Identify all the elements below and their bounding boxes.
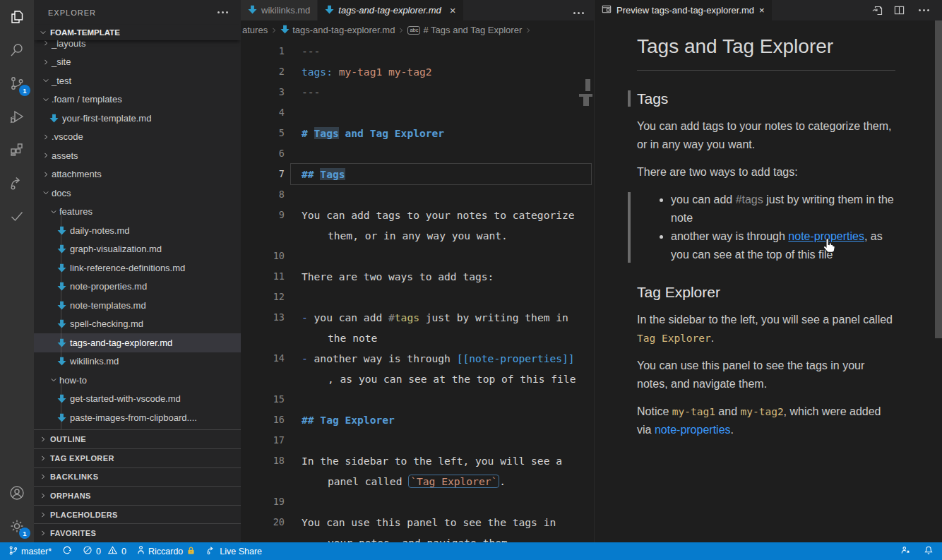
problems-item[interactable]: 0 0 (83, 545, 126, 557)
tree-item-link-reference-definitions-md[interactable]: link-reference-definitions.md (34, 258, 241, 278)
panel-placeholders[interactable]: PLACEHOLDERS (34, 505, 241, 524)
activitybar-live-share[interactable] (0, 166, 34, 199)
editor-more-actions-icon[interactable] (571, 0, 587, 26)
tree-item-features[interactable]: features (34, 203, 241, 222)
activitybar-settings[interactable]: 1 (0, 509, 34, 542)
activitybar-account[interactable] (0, 476, 34, 509)
code-line-12[interactable]: 12 (241, 287, 594, 307)
code-line-14[interactable]: 14- another way is through [[note-proper… (241, 348, 594, 369)
tree-item--foam-templates[interactable]: .foam / templates (34, 90, 241, 109)
activitybar-search[interactable] (0, 33, 34, 66)
code-line-7[interactable]: 7## Tags (241, 164, 594, 184)
note-link[interactable]: note-properties (655, 424, 731, 436)
code-line-11[interactable]: 11There are two ways to add tags: (241, 266, 594, 287)
code-line-20[interactable]: 20You can use this panel to see the tags… (241, 512, 594, 532)
tree-item-shortcut-list-md[interactable]: shortcut-list.md (34, 427, 241, 430)
note-link-hovered[interactable]: note-properties (788, 230, 864, 242)
split-editor-icon[interactable] (894, 5, 905, 16)
code-editor[interactable]: 1---2tags: my-tag1 my-tag23---45# Tags a… (241, 40, 594, 542)
code-line-18[interactable]: 18In the sidebar to the left, you will s… (241, 451, 594, 471)
tree-item-how-to[interactable]: how-to (34, 371, 241, 390)
code-line-9-wrap[interactable]: them, or in any way you want. (241, 225, 594, 246)
chevron-down-icon (47, 208, 59, 215)
code-line-6[interactable]: 6 (241, 143, 594, 164)
explorer-title: EXPLORER (48, 8, 96, 17)
code-line-18-wrap[interactable]: panel called `Tag Explorer`. (241, 471, 594, 492)
user-item[interactable]: Riccardo (137, 545, 196, 557)
explorer-more-icon[interactable] (215, 8, 231, 16)
tree-item-spell-checking-md[interactable]: spell-checking.md (34, 315, 241, 334)
code-line-5[interactable]: 5# Tags and Tag Explorer (241, 123, 594, 143)
tree-item-note-templates-md[interactable]: note-templates.md (34, 296, 241, 315)
tree-item-paste-images-from-clipboard-[interactable]: paste-images-from-clipboard.... (34, 408, 241, 427)
sync-item[interactable] (62, 545, 72, 557)
code-line-4[interactable]: 4 (241, 102, 594, 123)
tree-item--layouts[interactable]: _layouts (34, 40, 241, 53)
tree-item-attachments[interactable]: attachments (34, 165, 241, 184)
code-line-1[interactable]: 1--- (241, 41, 594, 61)
breadcrumb-item[interactable]: tags-and-tag-explorer.md (280, 25, 395, 36)
tree-item-label: _test (52, 76, 71, 86)
preview-title: Tags and Tag Explorer (637, 35, 895, 71)
tree-item-graph-visualization-md[interactable]: graph-visualization.md (34, 240, 241, 259)
feedback-icon[interactable] (900, 545, 911, 557)
code-line-3[interactable]: 3--- (241, 82, 594, 102)
line-number: 10 (241, 246, 285, 266)
tree-item-wikilinks-md[interactable]: wikilinks.md (34, 352, 241, 371)
panel-backlinks[interactable]: BACKLINKS (34, 467, 241, 487)
code-line-8[interactable]: 8 (241, 184, 594, 205)
preview-scrollbar-thumb[interactable] (935, 20, 942, 338)
breadcrumb-item[interactable]: atures (242, 25, 268, 35)
activitybar-run-debug[interactable] (0, 100, 34, 133)
tree-item-tags-and-tag-explorer-md[interactable]: tags-and-tag-explorer.md (34, 333, 241, 352)
panel-favorites[interactable]: FAVORITES (34, 523, 241, 542)
editor-tab-wikilinks-md[interactable]: wikilinks.md (241, 0, 318, 20)
panel-outline[interactable]: OUTLINE (34, 429, 241, 448)
preview-tab[interactable]: Preview tags-and-tag-explorer.md × (595, 0, 772, 20)
close-icon[interactable]: × (759, 5, 765, 16)
open-source-file-icon[interactable] (871, 5, 883, 16)
breadcrumb-item[interactable]: abc# Tags and Tag Explorer (407, 25, 522, 35)
activitybar-extensions[interactable] (0, 133, 34, 166)
tree-item--vscode[interactable]: .vscode (34, 128, 241, 147)
sidebar-panels: OUTLINETAG EXPLORERBACKLINKSORPHANSPLACE… (34, 429, 241, 542)
preview-actions (871, 5, 942, 16)
line-number: 4 (241, 102, 285, 123)
code-line-19[interactable]: 19 (241, 492, 594, 512)
code-line-17[interactable]: 17 (241, 430, 594, 451)
tree-item-note-properties-md[interactable]: note-properties.md (34, 278, 241, 297)
tree-item-docs[interactable]: docs (34, 184, 241, 203)
preview-more-actions-icon[interactable] (916, 6, 932, 14)
live-share-item[interactable]: Live Share (206, 545, 262, 557)
code-line-13-wrap[interactable]: the note (241, 328, 594, 348)
tree-item-get-started-with-vscode-md[interactable]: get-started-with-vscode.md (34, 390, 241, 409)
code-line-13[interactable]: 13- you can add #tags just by writing th… (241, 307, 594, 328)
chevron-down-icon (40, 77, 52, 84)
tree-item-assets[interactable]: assets (34, 146, 241, 165)
editor-tab-tags-and-tag-explorer-md[interactable]: tags-and-tag-explorer.md× (318, 0, 463, 20)
tree-item-label: tags-and-tag-explorer.md (70, 338, 172, 348)
activitybar-source-control[interactable]: 1 (0, 66, 34, 100)
activitybar-explorer[interactable] (0, 0, 34, 33)
code-line-10[interactable]: 10 (241, 246, 594, 266)
tree-item-your-first-template-md[interactable]: your-first-template.md (34, 109, 241, 128)
tree-item--test[interactable]: _test (34, 71, 241, 90)
notifications-bell-icon[interactable] (924, 545, 934, 558)
branch-label: master* (21, 547, 52, 556)
git-branch-item[interactable]: master* (8, 545, 52, 558)
code-line-9[interactable]: 9You can add tags to your notes to categ… (241, 205, 594, 225)
settings-badge: 1 (19, 528, 30, 539)
panel-tag-explorer[interactable]: TAG EXPLORER (34, 448, 241, 467)
panel-orphans[interactable]: ORPHANS (34, 486, 241, 505)
code-line-16[interactable]: 16## Tag Explorer (241, 410, 594, 430)
tree-item--site[interactable]: _site (34, 53, 241, 72)
code-line-20-wrap[interactable]: your notes, and navigate them. (241, 532, 594, 542)
tree-item-daily-notes-md[interactable]: daily-notes.md (34, 221, 241, 240)
code-line-15[interactable]: 15 (241, 389, 594, 410)
close-icon[interactable]: × (450, 5, 456, 16)
code-line-2[interactable]: 2tags: my-tag1 my-tag2 (241, 61, 594, 82)
code-line-14-wrap[interactable]: , as you can see at the top of this file (241, 369, 594, 389)
panel-title: BACKLINKS (50, 472, 98, 481)
workspace-section-header[interactable]: FOAM-TEMPLATE (34, 25, 241, 40)
activitybar-tasks[interactable] (0, 199, 34, 232)
